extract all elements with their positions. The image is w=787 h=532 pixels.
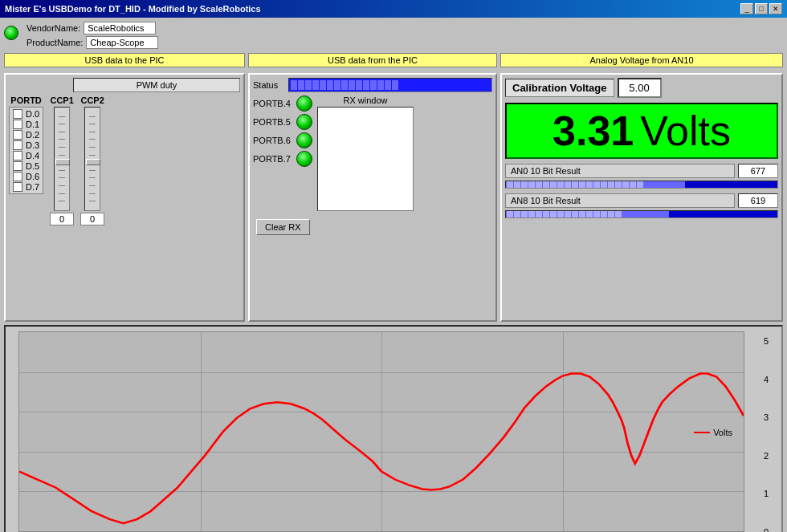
minimize-button[interactable]: _ xyxy=(740,3,753,14)
list-item: D.3 xyxy=(13,140,39,150)
rx-window[interactable] xyxy=(317,107,414,211)
portb6-led xyxy=(296,132,312,148)
list-item: D.4 xyxy=(13,151,39,160)
portd-title: PORTD xyxy=(9,95,43,105)
chart-svg xyxy=(19,332,744,531)
analog-voltage-header: Analog Voltage from AN10 xyxy=(500,53,783,67)
portd-d3-checkbox[interactable] xyxy=(13,140,22,150)
ccp2-title: CCP2 xyxy=(80,95,104,105)
an8-progress xyxy=(505,210,778,218)
chart-inner xyxy=(18,331,744,532)
calibration-label: Calibration Voltage xyxy=(505,79,614,97)
rx-window-label: RX window xyxy=(317,95,414,105)
portb4-led xyxy=(296,95,312,112)
list-item: D.2 xyxy=(13,130,39,140)
list-item: D.1 xyxy=(13,120,39,129)
status-bar xyxy=(288,78,492,92)
legend-label: Volts xyxy=(713,428,732,437)
an0-value: 677 xyxy=(738,164,778,178)
status-label: Status xyxy=(253,80,285,90)
pwm-label: PWM duty xyxy=(73,78,240,92)
left-panel: PWM duty PORTD D.0 D.1 D.2 D.3 D.4 D.5 D… xyxy=(4,73,245,322)
vendor-name-label: VendorName: xyxy=(27,23,80,33)
portd-d0-checkbox[interactable] xyxy=(13,109,22,119)
ccp2-value: 0 xyxy=(80,213,104,225)
chart-y-labels: 5 4 3 2 1 0 xyxy=(764,336,769,532)
chart-area: 5 4 3 2 1 0 Volts xyxy=(4,325,783,532)
portb5-label: PORTB.5 xyxy=(253,117,292,127)
chart-legend: Volts xyxy=(694,428,732,437)
right-panel: Calibration Voltage 3.31 Volts AN0 10 Bi… xyxy=(500,73,783,322)
portd-d5-checkbox[interactable] xyxy=(13,161,22,171)
calibration-input[interactable] xyxy=(618,78,662,98)
portd-d4-checkbox[interactable] xyxy=(13,151,22,160)
usb-to-pic-header: USB data to the PIC xyxy=(4,53,245,67)
ccp2-slider[interactable] xyxy=(84,107,100,211)
portb7-led xyxy=(296,151,312,167)
maximize-button[interactable]: □ xyxy=(755,3,768,14)
portb5-led xyxy=(296,114,312,130)
portb4-label: PORTB.4 xyxy=(253,99,292,108)
product-name-label: ProductName: xyxy=(27,38,83,47)
close-button[interactable]: ✕ xyxy=(769,3,782,14)
voltage-number: 3.31 xyxy=(553,107,634,155)
vendor-name-value: ScaleRobotics xyxy=(84,22,156,35)
portd-d2-checkbox[interactable] xyxy=(13,130,22,140)
title-bar: Mister E's USBDemo for DT_HID - Modified… xyxy=(0,0,787,18)
voltage-unit: Volts xyxy=(640,107,731,155)
portb6-label: PORTB.6 xyxy=(253,136,292,145)
an0-label: AN0 10 Bit Result xyxy=(505,164,735,178)
ccp1-title: CCP1 xyxy=(50,95,73,105)
product-name-value: Cheap-Scope xyxy=(86,36,158,49)
portd-d1-checkbox[interactable] xyxy=(13,120,22,129)
list-item: D.5 xyxy=(13,161,39,171)
portd-d7-checkbox[interactable] xyxy=(13,182,22,192)
list-item: D.6 xyxy=(13,172,39,181)
clear-rx-button[interactable]: Clear RX xyxy=(256,219,310,235)
usb-from-pic-header: USB data from the PIC xyxy=(248,53,497,67)
voltage-display: 3.31 Volts xyxy=(505,103,778,159)
legend-line xyxy=(694,432,710,433)
an0-progress xyxy=(505,181,778,189)
mid-panel: Status PORTB.4 xyxy=(248,73,497,322)
an8-label: AN8 10 Bit Result xyxy=(505,193,735,208)
portb7-label: PORTB.7 xyxy=(253,154,292,164)
title-bar-title: Mister E's USBDemo for DT_HID - Modified… xyxy=(5,4,261,14)
portd-d6-checkbox[interactable] xyxy=(13,172,22,181)
list-item: D.7 xyxy=(13,182,39,192)
connection-led xyxy=(4,26,18,40)
ccp1-value: 0 xyxy=(50,213,74,225)
list-item: D.0 xyxy=(13,109,39,119)
an8-value: 619 xyxy=(738,193,778,208)
ccp1-slider[interactable] xyxy=(54,107,70,211)
